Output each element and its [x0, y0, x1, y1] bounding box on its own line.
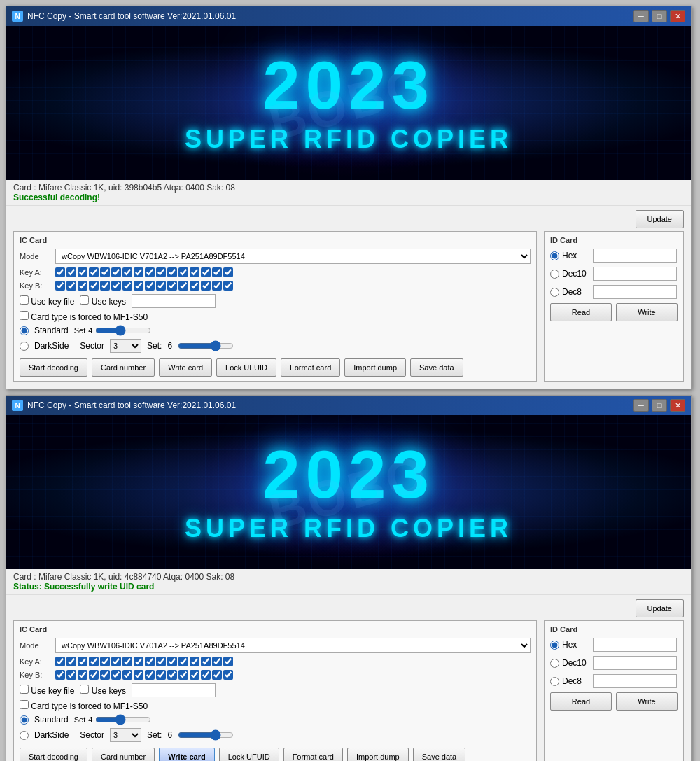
- key-b2-cb-5[interactable]: [100, 670, 110, 680]
- minimize-button-2[interactable]: ─: [634, 399, 649, 412]
- key-a-cb-6[interactable]: [111, 267, 121, 277]
- key-a-cb-13[interactable]: [190, 267, 200, 277]
- key-a-cb-10[interactable]: [156, 267, 166, 277]
- key-b2-cb-13[interactable]: [190, 670, 200, 680]
- dec8-input-1[interactable]: [593, 285, 677, 299]
- maximize-button-1[interactable]: □: [652, 10, 667, 22]
- key-b-cb-14[interactable]: [201, 281, 211, 291]
- key-a2-cb-6[interactable]: [111, 657, 121, 666]
- hex-input-2[interactable]: [593, 638, 677, 652]
- key-b2-cb-15[interactable]: [212, 670, 222, 680]
- card-number-button-1[interactable]: Card number: [92, 358, 155, 377]
- key-b-cb-2[interactable]: [66, 281, 76, 291]
- key-b-cb-16[interactable]: [223, 281, 233, 291]
- sector-select-2[interactable]: 3: [110, 728, 141, 742]
- card-type-cb-1[interactable]: [20, 311, 29, 320]
- minimize-button-1[interactable]: ─: [634, 10, 649, 22]
- key-b2-cb-8[interactable]: [134, 670, 144, 680]
- close-button-2[interactable]: ✕: [670, 399, 685, 412]
- key-b2-cb-10[interactable]: [156, 670, 166, 680]
- key-a2-cb-7[interactable]: [122, 657, 132, 666]
- key-a-cb-8[interactable]: [134, 267, 144, 277]
- key-a2-cb-8[interactable]: [134, 657, 144, 666]
- close-button-1[interactable]: ✕: [670, 10, 685, 22]
- darkside-radio-1[interactable]: [20, 342, 29, 351]
- set-slider-1[interactable]: [95, 325, 151, 336]
- key-b2-cb-2[interactable]: [66, 670, 76, 680]
- key-a-cb-14[interactable]: [201, 267, 211, 277]
- lock-ufuid-button-2[interactable]: Lock UFUID: [219, 748, 279, 761]
- key-b-cb-6[interactable]: [111, 281, 121, 291]
- mode-select-1[interactable]: wCopy WBW106-IDIC V701A2 --> PA251A89DF5…: [55, 249, 531, 264]
- dec8-input-2[interactable]: [593, 674, 677, 688]
- write-card-button-2[interactable]: Write card: [159, 748, 215, 761]
- key-a2-cb-9[interactable]: [145, 657, 155, 666]
- use-key-file-cb-2[interactable]: [20, 685, 29, 694]
- key-a-cb-5[interactable]: [100, 267, 110, 277]
- hex-radio-2[interactable]: [550, 641, 559, 650]
- darkside-radio-2[interactable]: [20, 731, 29, 740]
- dec10-input-2[interactable]: [593, 656, 677, 670]
- key-a2-cb-15[interactable]: [212, 657, 222, 666]
- format-card-button-2[interactable]: Format card: [284, 748, 343, 761]
- key-a-cb-16[interactable]: [223, 267, 233, 277]
- key-b2-cb-4[interactable]: [89, 670, 99, 680]
- key-b2-cb-9[interactable]: [145, 670, 155, 680]
- key-a-cb-9[interactable]: [145, 267, 155, 277]
- start-decoding-button-2[interactable]: Start decoding: [20, 748, 88, 761]
- key-a2-cb-16[interactable]: [223, 657, 233, 666]
- key-b2-cb-7[interactable]: [122, 670, 132, 680]
- key-b-cb-8[interactable]: [134, 281, 144, 291]
- set2-slider-2[interactable]: [178, 729, 234, 741]
- key-b-cb-10[interactable]: [156, 281, 166, 291]
- sector-select-1[interactable]: 3: [110, 339, 141, 353]
- hex-input-1[interactable]: [593, 249, 677, 263]
- key-a2-cb-10[interactable]: [156, 657, 166, 666]
- key-b2-cb-11[interactable]: [167, 670, 177, 680]
- dec10-radio-2[interactable]: [550, 659, 559, 668]
- dec10-input-1[interactable]: [593, 267, 677, 281]
- key-a-cb-7[interactable]: [122, 267, 132, 277]
- key-b-cb-1[interactable]: [55, 281, 65, 291]
- write-button-2[interactable]: Write: [616, 692, 678, 711]
- key-a-cb-4[interactable]: [89, 267, 99, 277]
- update-button-2[interactable]: Update: [636, 599, 684, 617]
- format-card-button-1[interactable]: Format card: [281, 358, 340, 377]
- standard-radio-1[interactable]: [20, 326, 29, 335]
- key-b-cb-15[interactable]: [212, 281, 222, 291]
- key-a2-cb-1[interactable]: [55, 657, 65, 666]
- use-keys-input-2[interactable]: FFFFFFFFFFFF: [132, 683, 216, 697]
- key-b2-cb-12[interactable]: [178, 670, 188, 680]
- key-a2-cb-2[interactable]: [66, 657, 76, 666]
- lock-ufuid-button-1[interactable]: Lock UFUID: [216, 358, 276, 377]
- key-a-cb-1[interactable]: [55, 267, 65, 277]
- key-a2-cb-3[interactable]: [78, 657, 88, 666]
- key-a-cb-3[interactable]: [78, 267, 88, 277]
- key-a-cb-15[interactable]: [212, 267, 222, 277]
- start-decoding-button-1[interactable]: Start decoding: [20, 358, 88, 377]
- key-b-cb-13[interactable]: [190, 281, 200, 291]
- standard-radio-2[interactable]: [20, 715, 29, 725]
- use-keys-input-1[interactable]: FFFFFFFFFFFF: [132, 294, 216, 308]
- key-a2-cb-13[interactable]: [190, 657, 200, 666]
- save-data-button-1[interactable]: Save data: [410, 358, 463, 377]
- key-a2-cb-5[interactable]: [100, 657, 110, 666]
- card-type-cb-2[interactable]: [20, 700, 29, 709]
- key-b2-cb-3[interactable]: [78, 670, 88, 680]
- key-b-cb-5[interactable]: [100, 281, 110, 291]
- key-a-cb-2[interactable]: [66, 267, 76, 277]
- import-dump-button-2[interactable]: Import dump: [347, 748, 409, 761]
- read-button-2[interactable]: Read: [550, 692, 612, 711]
- import-dump-button-1[interactable]: Import dump: [344, 358, 406, 377]
- key-a2-cb-11[interactable]: [167, 657, 177, 666]
- write-card-button-1[interactable]: Write card: [159, 358, 212, 377]
- save-data-button-2[interactable]: Save data: [413, 748, 466, 761]
- mode-select-2[interactable]: wCopy WBW106-IDIC V701A2 --> PA251A89DF5…: [55, 638, 531, 653]
- key-a2-cb-14[interactable]: [201, 657, 211, 666]
- use-key-file-cb-1[interactable]: [20, 295, 29, 305]
- key-b2-cb-16[interactable]: [223, 670, 233, 680]
- set2-slider-1[interactable]: [178, 340, 234, 351]
- key-b2-cb-1[interactable]: [55, 670, 65, 680]
- dec8-radio-2[interactable]: [550, 677, 559, 686]
- read-button-1[interactable]: Read: [550, 303, 612, 321]
